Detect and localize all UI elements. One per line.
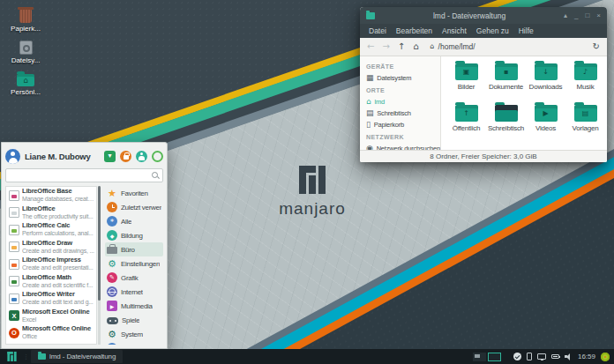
user-avatar: [5, 149, 20, 164]
clock[interactable]: 16:59: [578, 353, 595, 360]
software-icon[interactable]: [104, 151, 116, 162]
app-item-ms-onenote-online[interactable]: N Microsoft Onenote OnlineOnenote: [6, 342, 96, 345]
sidebar-item-filesystem[interactable]: ▦ Dateisystem: [366, 72, 440, 84]
menu-datei[interactable]: Datei: [369, 26, 386, 35]
briefcase-icon: [107, 247, 117, 254]
app-item-libreoffice-writer[interactable]: LibreOffice WriterCreate and edit text a…: [6, 290, 96, 308]
manjaro-menu-icon: [7, 352, 17, 361]
app-item-ms-excel-online[interactable]: X Microsoft Excel OnlineExcel: [6, 308, 96, 325]
app-item-libreoffice-base[interactable]: LibreOffice BaseManage databases, create…: [6, 187, 96, 204]
folder-icon: ▶: [535, 105, 558, 122]
taskbar-window-button[interactable]: lmd - Dateiverwaltung: [31, 350, 123, 363]
folder-icon: ▣: [455, 63, 478, 80]
folder-item-videos[interactable]: ▶ Videos: [526, 105, 565, 146]
workspace-1[interactable]: [473, 353, 486, 361]
category-grafik[interactable]: Grafik: [105, 271, 163, 285]
category-internet[interactable]: Internet: [105, 285, 163, 299]
clock-icon: [107, 202, 117, 212]
app-item-libreoffice-draw[interactable]: LibreOffice DrawCreate and edit drawings…: [6, 239, 96, 256]
back-icon[interactable]: ←: [367, 42, 374, 51]
search-input[interactable]: [10, 172, 152, 180]
libreoffice-math-icon: [9, 276, 19, 286]
sidebar-header-places: ORTE: [366, 87, 440, 93]
refresh-icon[interactable]: ↻: [593, 42, 600, 51]
battery-icon[interactable]: [551, 354, 559, 359]
menu-hilfe[interactable]: Hilfe: [519, 26, 534, 35]
folder-item-oeffentlich[interactable]: ↑ Öffentlich: [446, 105, 486, 146]
category-system[interactable]: System: [105, 327, 163, 341]
libreoffice-impress-icon: [9, 259, 19, 270]
desktop-icon: ▤: [366, 109, 373, 117]
desktop-icon-label: Papierk...: [3, 25, 49, 33]
close-button[interactable]: ×: [596, 11, 601, 20]
app-list-scrollbar[interactable]: [98, 186, 101, 345]
category-bildung[interactable]: Bildung: [105, 228, 163, 242]
category-list: Favoriten Zuletzt verwendet Alle Bildung…: [101, 186, 163, 345]
app-item-libreoffice-calc[interactable]: LibreOffice CalcPerform calculations, an…: [6, 221, 96, 239]
app-item-libreoffice-impress[interactable]: LibreOffice ImpressCreate and edit prese…: [6, 256, 96, 273]
taskbar-window-label: lmd - Dateiverwaltung: [49, 353, 116, 360]
menu-bearbeiten[interactable]: Bearbeiten: [396, 26, 432, 35]
folder-icon: [38, 353, 46, 360]
app-item-ms-office-online[interactable]: O Microsoft Office OnlineOffice: [6, 324, 96, 342]
folder-icon: ↑: [455, 105, 478, 122]
graphics-icon: [107, 272, 117, 283]
desktop-icon-home[interactable]: Persönl...: [3, 69, 49, 96]
volume-icon[interactable]: [565, 353, 573, 360]
folder-item-schreibtisch[interactable]: Schreibtisch: [486, 105, 526, 146]
menu-gehen-zu[interactable]: Gehen zu: [476, 26, 509, 35]
maximize-button[interactable]: □: [585, 11, 589, 20]
libreoffice-calc-icon: [9, 225, 19, 235]
manjaro-logo: manjaro: [277, 166, 348, 219]
category-zubehoer[interactable]: Zubehör: [105, 341, 163, 345]
up-icon[interactable]: ↑: [398, 42, 405, 51]
category-favoriten[interactable]: Favoriten: [105, 186, 163, 200]
app-list: LibreOffice BaseManage databases, create…: [5, 186, 97, 345]
app-menu-button[interactable]: [0, 349, 23, 364]
desktop-icon-filesystem[interactable]: Dateisy...: [3, 37, 49, 64]
category-alle[interactable]: Alle: [105, 214, 163, 228]
taskbar: ⋮ lmd - Dateiverwaltung 16:59: [0, 349, 614, 364]
ms-office-icon: O: [9, 328, 19, 338]
app-item-libreoffice-math[interactable]: LibreOffice MathCreate and edit scientif…: [6, 273, 96, 291]
trash-icon: ▯: [366, 121, 371, 129]
folder-item-downloads[interactable]: ↓ Downloads: [526, 63, 565, 105]
category-einstellungen[interactable]: Einstellungen: [105, 256, 163, 271]
display-icon[interactable]: [537, 353, 546, 360]
forward-icon[interactable]: →: [382, 42, 389, 51]
system-tray: 16:59: [513, 353, 610, 361]
category-buero[interactable]: Büro: [105, 242, 163, 256]
all-apps-icon: [107, 216, 117, 227]
user-icon[interactable]: [136, 151, 147, 162]
folder-item-bilder[interactable]: ▣ Bilder: [446, 63, 486, 105]
sidebar-item-home[interactable]: ⌂ lmd: [366, 96, 440, 108]
category-multimedia[interactable]: Multimedia: [105, 299, 163, 313]
updates-icon[interactable]: [601, 353, 610, 361]
manjaro-logo-text: manjaro: [277, 199, 348, 219]
search-bar[interactable]: [5, 168, 163, 182]
lock-icon[interactable]: [120, 151, 131, 162]
app-item-libreoffice[interactable]: LibreOfficeThe office productivity suit.…: [6, 204, 96, 222]
path-text: /home/lmd/: [438, 42, 475, 51]
folder-item-vorlagen[interactable]: ▤ Vorlagen: [565, 105, 605, 146]
sidebar-item-desktop[interactable]: ▤ Schreibtisch: [366, 108, 440, 119]
sidebar-item-trash[interactable]: ▯ Papierkorb: [366, 119, 440, 130]
workspace-switcher: [473, 353, 501, 361]
category-zuletzt-verwendet[interactable]: Zuletzt verwendet: [105, 200, 163, 214]
file-manager-sidebar: GERÄTE ▦ Dateisystem ORTE ⌂ lmd ▤ Schrei…: [360, 56, 441, 150]
path-field[interactable]: ⌂ /home/lmd/: [427, 42, 585, 51]
home-icon[interactable]: ⌂: [413, 42, 418, 51]
folder-item-dokumente[interactable]: ▪ Dokumente: [486, 63, 526, 105]
menu-ansicht[interactable]: Ansicht: [442, 26, 467, 35]
shade-button[interactable]: ▴: [564, 11, 567, 20]
titlebar[interactable]: lmd - Dateiverwaltung ▴ _ □ ×: [360, 7, 607, 24]
phone-device-icon[interactable]: [527, 353, 532, 360]
desktop-icon-trash[interactable]: Papierk...: [3, 5, 49, 33]
security-shield-icon[interactable]: [513, 353, 521, 360]
category-spiele[interactable]: Spiele: [105, 313, 163, 327]
minimize-button[interactable]: _: [574, 11, 578, 20]
workspace-2[interactable]: [488, 353, 501, 361]
folder-icon: [495, 105, 518, 122]
logout-icon[interactable]: [152, 151, 163, 162]
folder-item-musik[interactable]: ♪ Musik: [565, 63, 605, 105]
